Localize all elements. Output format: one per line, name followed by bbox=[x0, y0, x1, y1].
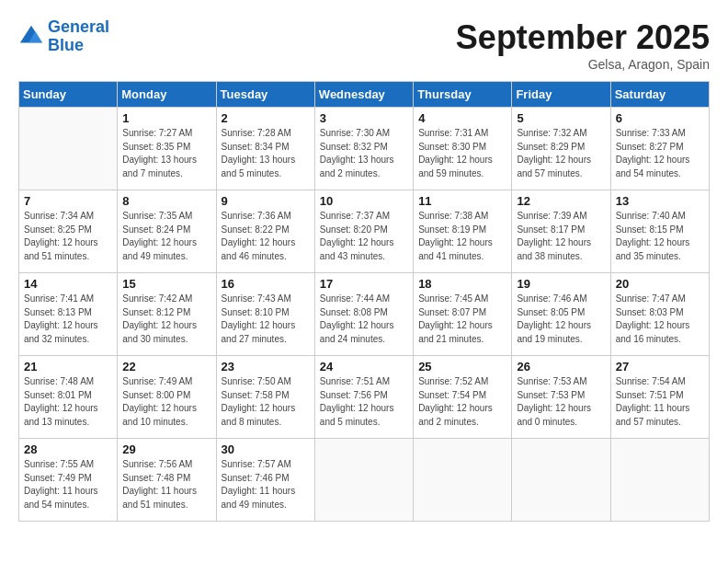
weekday-cell: Friday bbox=[512, 82, 610, 108]
calendar-day-cell: 18Sunrise: 7:45 AM Sunset: 8:07 PM Dayli… bbox=[414, 273, 512, 356]
calendar-day-cell: 8Sunrise: 7:35 AM Sunset: 8:24 PM Daylig… bbox=[118, 190, 216, 273]
calendar-day-cell: 23Sunrise: 7:50 AM Sunset: 7:58 PM Dayli… bbox=[216, 356, 314, 439]
calendar-day-cell: 9Sunrise: 7:36 AM Sunset: 8:22 PM Daylig… bbox=[216, 190, 314, 273]
day-number: 28 bbox=[24, 442, 112, 456]
calendar-week-row: 21Sunrise: 7:48 AM Sunset: 8:01 PM Dayli… bbox=[19, 356, 710, 439]
calendar-day-cell: 3Sunrise: 7:30 AM Sunset: 8:32 PM Daylig… bbox=[314, 108, 413, 190]
day-number: 19 bbox=[517, 277, 605, 291]
day-info: Sunrise: 7:57 AM Sunset: 7:46 PM Dayligh… bbox=[222, 458, 310, 511]
day-number: 29 bbox=[122, 442, 210, 456]
day-info: Sunrise: 7:45 AM Sunset: 8:07 PM Dayligh… bbox=[418, 293, 506, 346]
calendar-day-cell: 20Sunrise: 7:47 AM Sunset: 8:03 PM Dayli… bbox=[610, 273, 709, 356]
day-number: 20 bbox=[616, 277, 704, 291]
day-info: Sunrise: 7:32 AM Sunset: 8:29 PM Dayligh… bbox=[517, 127, 605, 180]
day-number: 1 bbox=[122, 111, 210, 125]
day-info: Sunrise: 7:49 AM Sunset: 8:00 PM Dayligh… bbox=[122, 375, 210, 429]
day-info: Sunrise: 7:54 AM Sunset: 7:51 PM Dayligh… bbox=[616, 375, 704, 429]
day-number: 14 bbox=[24, 277, 112, 291]
day-info: Sunrise: 7:52 AM Sunset: 7:54 PM Dayligh… bbox=[418, 375, 506, 429]
day-info: Sunrise: 7:34 AM Sunset: 8:25 PM Dayligh… bbox=[24, 210, 112, 263]
calendar-day-cell: 17Sunrise: 7:44 AM Sunset: 8:08 PM Dayli… bbox=[314, 273, 413, 356]
month-title: September 2025 bbox=[456, 18, 710, 57]
day-info: Sunrise: 7:47 AM Sunset: 8:03 PM Dayligh… bbox=[616, 293, 704, 346]
weekday-header: SundayMondayTuesdayWednesdayThursdayFrid… bbox=[19, 82, 710, 108]
calendar-day-cell: 26Sunrise: 7:53 AM Sunset: 7:53 PM Dayli… bbox=[512, 356, 610, 439]
calendar-day-cell: 15Sunrise: 7:42 AM Sunset: 8:12 PM Dayli… bbox=[118, 273, 216, 356]
logo-text: General Blue bbox=[48, 18, 109, 55]
day-info: Sunrise: 7:41 AM Sunset: 8:13 PM Dayligh… bbox=[24, 293, 112, 346]
location: Gelsa, Aragon, Spain bbox=[456, 57, 710, 72]
day-info: Sunrise: 7:55 AM Sunset: 7:49 PM Dayligh… bbox=[24, 458, 112, 511]
day-number: 10 bbox=[320, 194, 408, 208]
day-number: 9 bbox=[222, 194, 310, 208]
day-number: 13 bbox=[616, 194, 704, 208]
day-number: 27 bbox=[616, 360, 704, 373]
calendar-day-cell: 1Sunrise: 7:27 AM Sunset: 8:35 PM Daylig… bbox=[118, 108, 216, 190]
calendar-week-row: 7Sunrise: 7:34 AM Sunset: 8:25 PM Daylig… bbox=[19, 190, 710, 273]
day-info: Sunrise: 7:48 AM Sunset: 8:01 PM Dayligh… bbox=[24, 375, 112, 429]
day-info: Sunrise: 7:28 AM Sunset: 8:34 PM Dayligh… bbox=[222, 127, 310, 180]
calendar-day-cell: 22Sunrise: 7:49 AM Sunset: 8:00 PM Dayli… bbox=[118, 356, 216, 439]
calendar-day-cell: 25Sunrise: 7:52 AM Sunset: 7:54 PM Dayli… bbox=[414, 356, 512, 439]
day-info: Sunrise: 7:36 AM Sunset: 8:22 PM Dayligh… bbox=[222, 210, 310, 263]
day-number: 3 bbox=[320, 111, 408, 125]
calendar-week-row: 28Sunrise: 7:55 AM Sunset: 7:49 PM Dayli… bbox=[19, 439, 710, 522]
day-info: Sunrise: 7:38 AM Sunset: 8:19 PM Dayligh… bbox=[418, 210, 506, 263]
calendar-day-cell: 13Sunrise: 7:40 AM Sunset: 8:15 PM Dayli… bbox=[610, 190, 709, 273]
day-info: Sunrise: 7:31 AM Sunset: 8:30 PM Dayligh… bbox=[418, 127, 506, 180]
day-number: 12 bbox=[517, 194, 605, 208]
day-info: Sunrise: 7:27 AM Sunset: 8:35 PM Dayligh… bbox=[122, 127, 210, 180]
calendar-day-cell bbox=[414, 439, 512, 522]
calendar-week-row: 14Sunrise: 7:41 AM Sunset: 8:13 PM Dayli… bbox=[19, 273, 710, 356]
calendar-day-cell bbox=[512, 439, 610, 522]
day-info: Sunrise: 7:53 AM Sunset: 7:53 PM Dayligh… bbox=[517, 375, 605, 429]
logo-icon bbox=[18, 24, 44, 50]
calendar-day-cell: 28Sunrise: 7:55 AM Sunset: 7:49 PM Dayli… bbox=[19, 439, 118, 522]
day-number: 7 bbox=[24, 194, 112, 208]
day-number: 25 bbox=[418, 360, 506, 373]
calendar-day-cell: 30Sunrise: 7:57 AM Sunset: 7:46 PM Dayli… bbox=[216, 439, 314, 522]
weekday-cell: Thursday bbox=[414, 82, 512, 108]
day-info: Sunrise: 7:46 AM Sunset: 8:05 PM Dayligh… bbox=[517, 293, 605, 346]
day-info: Sunrise: 7:33 AM Sunset: 8:27 PM Dayligh… bbox=[616, 127, 704, 180]
day-number: 16 bbox=[222, 277, 310, 291]
day-number: 15 bbox=[122, 277, 210, 291]
day-number: 11 bbox=[418, 194, 506, 208]
calendar-day-cell: 14Sunrise: 7:41 AM Sunset: 8:13 PM Dayli… bbox=[19, 273, 118, 356]
calendar-day-cell: 27Sunrise: 7:54 AM Sunset: 7:51 PM Dayli… bbox=[610, 356, 709, 439]
day-info: Sunrise: 7:30 AM Sunset: 8:32 PM Dayligh… bbox=[320, 127, 408, 180]
day-number: 4 bbox=[418, 111, 506, 125]
calendar-day-cell bbox=[610, 439, 709, 522]
calendar-day-cell bbox=[314, 439, 413, 522]
page-header: General Blue September 2025 Gelsa, Arago… bbox=[18, 18, 710, 72]
calendar-day-cell bbox=[19, 108, 118, 190]
day-info: Sunrise: 7:35 AM Sunset: 8:24 PM Dayligh… bbox=[122, 210, 210, 263]
weekday-cell: Monday bbox=[118, 82, 216, 108]
calendar-day-cell: 21Sunrise: 7:48 AM Sunset: 8:01 PM Dayli… bbox=[19, 356, 118, 439]
weekday-cell: Tuesday bbox=[216, 82, 314, 108]
calendar-day-cell: 29Sunrise: 7:56 AM Sunset: 7:48 PM Dayli… bbox=[118, 439, 216, 522]
day-info: Sunrise: 7:51 AM Sunset: 7:56 PM Dayligh… bbox=[320, 375, 408, 429]
calendar-day-cell: 2Sunrise: 7:28 AM Sunset: 8:34 PM Daylig… bbox=[216, 108, 314, 190]
day-info: Sunrise: 7:42 AM Sunset: 8:12 PM Dayligh… bbox=[122, 293, 210, 346]
day-number: 6 bbox=[616, 111, 704, 125]
day-number: 17 bbox=[320, 277, 408, 291]
calendar-day-cell: 19Sunrise: 7:46 AM Sunset: 8:05 PM Dayli… bbox=[512, 273, 610, 356]
logo: General Blue bbox=[18, 18, 109, 55]
calendar-day-cell: 12Sunrise: 7:39 AM Sunset: 8:17 PM Dayli… bbox=[512, 190, 610, 273]
calendar-table: SundayMondayTuesdayWednesdayThursdayFrid… bbox=[18, 81, 710, 522]
weekday-cell: Sunday bbox=[19, 82, 118, 108]
calendar-day-cell: 24Sunrise: 7:51 AM Sunset: 7:56 PM Dayli… bbox=[314, 356, 413, 439]
day-number: 22 bbox=[122, 360, 210, 373]
day-number: 21 bbox=[24, 360, 112, 373]
day-info: Sunrise: 7:43 AM Sunset: 8:10 PM Dayligh… bbox=[222, 293, 310, 346]
calendar-day-cell: 16Sunrise: 7:43 AM Sunset: 8:10 PM Dayli… bbox=[216, 273, 314, 356]
day-number: 18 bbox=[418, 277, 506, 291]
calendar-day-cell: 7Sunrise: 7:34 AM Sunset: 8:25 PM Daylig… bbox=[19, 190, 118, 273]
calendar-week-row: 1Sunrise: 7:27 AM Sunset: 8:35 PM Daylig… bbox=[19, 108, 710, 190]
calendar-body: 1Sunrise: 7:27 AM Sunset: 8:35 PM Daylig… bbox=[19, 108, 710, 522]
day-info: Sunrise: 7:44 AM Sunset: 8:08 PM Dayligh… bbox=[320, 293, 408, 346]
day-info: Sunrise: 7:56 AM Sunset: 7:48 PM Dayligh… bbox=[122, 458, 210, 511]
calendar-day-cell: 4Sunrise: 7:31 AM Sunset: 8:30 PM Daylig… bbox=[414, 108, 512, 190]
day-number: 2 bbox=[222, 111, 310, 125]
